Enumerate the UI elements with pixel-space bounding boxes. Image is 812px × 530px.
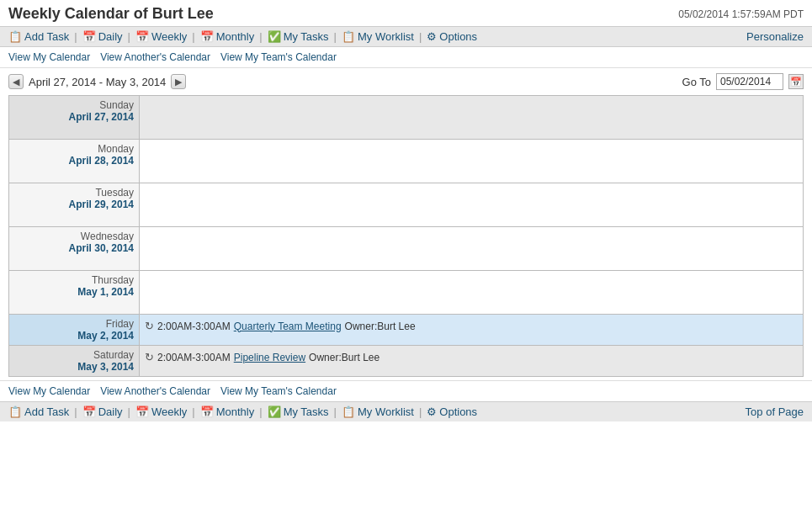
daily-label: Daily	[98, 30, 123, 43]
calendar-row: SaturdayMay 3, 2014↻2:00AM-3:00AM Pipeli…	[9, 346, 804, 377]
weekly-label: Weekly	[151, 30, 187, 43]
day-link[interactable]: May 3, 2014	[9, 361, 134, 373]
calendar-row: MondayApril 28, 2014	[9, 140, 804, 183]
calendar-row: ThursdayMay 1, 2014	[9, 271, 804, 315]
bottom-my-tasks-label: My Tasks	[284, 405, 329, 418]
add-task-icon: 📋	[8, 30, 22, 43]
day-link[interactable]: April 28, 2014	[9, 155, 134, 167]
day-cell: TuesdayApril 29, 2014	[9, 183, 140, 227]
bsep1: |	[74, 405, 77, 418]
event-time: 2:00AM-3:00AM	[157, 352, 231, 363]
page-header: Weekly Calendar of Burt Lee 05/02/2014 1…	[0, 0, 812, 27]
goto-calendar-button[interactable]: 📅	[788, 74, 804, 89]
bottom-view-my-teams-calendar-link[interactable]: View My Team's Calendar	[220, 385, 337, 397]
event-title-link[interactable]: Quarterly Team Meeting	[234, 321, 342, 332]
day-name: Sunday	[99, 99, 134, 111]
options-button[interactable]: ⚙ Options	[427, 30, 477, 43]
bottom-my-worklist-icon: 📋	[342, 405, 355, 418]
event-row: ↻2:00AM-3:00AM Pipeline Review Owner:Bur…	[145, 349, 798, 365]
top-toolbar: 📋 Add Task | 📅 Daily | 📅 Weekly | 📅 Mont…	[0, 27, 812, 47]
bottom-monthly-icon: 📅	[200, 405, 214, 418]
event-cell	[140, 271, 804, 315]
calendar-row: TuesdayApril 29, 2014	[9, 183, 804, 227]
event-title-link[interactable]: Pipeline Review	[234, 352, 305, 363]
bottom-options-button[interactable]: ⚙ Options	[427, 405, 477, 418]
event-owner: Owner:Burt Lee	[345, 321, 416, 332]
day-name: Friday	[106, 318, 134, 330]
monthly-icon: 📅	[200, 30, 214, 43]
bottom-daily-icon: 📅	[82, 405, 96, 418]
event-cell	[140, 96, 804, 140]
day-cell: FridayMay 2, 2014	[9, 315, 140, 346]
bottom-weekly-button[interactable]: 📅 Weekly	[135, 405, 187, 418]
day-cell: MondayApril 28, 2014	[9, 140, 140, 183]
page-title: Weekly Calendar of Burt Lee	[8, 5, 214, 23]
bottom-toolbar: 📋 Add Task | 📅 Daily | 📅 Weekly | 📅 Mont…	[0, 401, 812, 421]
event-cell: ↻2:00AM-3:00AM Pipeline Review Owner:Bur…	[140, 346, 804, 377]
sep4: |	[259, 30, 262, 43]
my-tasks-icon: ✅	[268, 30, 281, 43]
my-worklist-label: My Worklist	[358, 30, 414, 43]
bottom-daily-button[interactable]: 📅 Daily	[82, 405, 123, 418]
bottom-add-task-label: Add Task	[24, 405, 69, 418]
my-worklist-button[interactable]: 📋 My Worklist	[342, 30, 414, 43]
sep2: |	[128, 30, 130, 43]
sep1: |	[74, 30, 77, 43]
weekly-button[interactable]: 📅 Weekly	[135, 30, 187, 43]
day-cell: ThursdayMay 1, 2014	[9, 271, 140, 315]
prev-week-button[interactable]: ◀	[8, 74, 24, 89]
event-time: 2:00AM-3:00AM	[157, 321, 231, 332]
options-icon: ⚙	[427, 30, 437, 43]
bsep4: |	[259, 405, 262, 418]
day-name: Thursday	[92, 274, 134, 286]
bottom-toolbar-left: 📋 Add Task | 📅 Daily | 📅 Weekly | 📅 Mont…	[8, 405, 477, 418]
calendar-table: SundayApril 27, 2014MondayApril 28, 2014…	[8, 95, 804, 377]
day-name: Saturday	[93, 349, 134, 361]
day-link[interactable]: April 30, 2014	[9, 242, 134, 254]
day-link[interactable]: April 29, 2014	[9, 199, 134, 210]
weekly-icon: 📅	[135, 30, 149, 43]
view-anothers-calendar-link[interactable]: View Another's Calendar	[100, 51, 210, 63]
bottom-view-my-calendar-link[interactable]: View My Calendar	[8, 385, 90, 397]
bottom-monthly-button[interactable]: 📅 Monthly	[200, 405, 255, 418]
next-week-button[interactable]: ▶	[171, 74, 186, 89]
my-worklist-icon: 📋	[342, 30, 355, 43]
bottom-my-tasks-button[interactable]: ✅ My Tasks	[268, 405, 329, 418]
add-task-button[interactable]: 📋 Add Task	[8, 30, 69, 43]
event-cell: ↻2:00AM-3:00AM Quarterly Team Meeting Ow…	[140, 315, 804, 346]
cal-nav-left: ◀ April 27, 2014 - May 3, 2014 ▶	[8, 74, 186, 89]
monthly-button[interactable]: 📅 Monthly	[200, 30, 255, 43]
view-my-teams-calendar-link[interactable]: View My Team's Calendar	[220, 51, 337, 63]
cal-nav-right: Go To 📅	[682, 73, 804, 90]
bottom-options-label: Options	[439, 405, 477, 418]
daily-button[interactable]: 📅 Daily	[82, 30, 123, 43]
day-link[interactable]: May 2, 2014	[9, 330, 134, 342]
sep5: |	[334, 30, 337, 43]
cal-range: April 27, 2014 - May 3, 2014	[29, 76, 166, 88]
calendar-nav: ◀ April 27, 2014 - May 3, 2014 ▶ Go To 📅	[0, 68, 812, 95]
bottom-view-anothers-calendar-link[interactable]: View Another's Calendar	[100, 385, 210, 397]
my-tasks-button[interactable]: ✅ My Tasks	[268, 30, 329, 43]
day-name: Tuesday	[95, 187, 134, 199]
bottom-add-task-icon: 📋	[8, 405, 22, 418]
personalize-button[interactable]: Personalize	[746, 30, 804, 43]
bottom-add-task-button[interactable]: 📋 Add Task	[8, 405, 69, 418]
bottom-monthly-label: Monthly	[216, 405, 255, 418]
bottom-weekly-label: Weekly	[151, 405, 187, 418]
day-link[interactable]: May 1, 2014	[9, 286, 134, 298]
monthly-label: Monthly	[216, 30, 255, 43]
goto-input[interactable]	[716, 73, 783, 90]
bsep3: |	[192, 405, 194, 418]
bottom-my-worklist-button[interactable]: 📋 My Worklist	[342, 405, 414, 418]
event-recurring-icon: ↻	[145, 351, 154, 363]
bottom-my-worklist-label: My Worklist	[358, 405, 414, 418]
view-my-calendar-link[interactable]: View My Calendar	[8, 51, 90, 63]
bottom-my-tasks-icon: ✅	[268, 405, 281, 418]
top-nav-links: View My Calendar View Another's Calendar…	[0, 47, 812, 68]
top-of-page-button[interactable]: Top of Page	[746, 405, 804, 418]
calendar-row: SundayApril 27, 2014	[9, 96, 804, 140]
bsep6: |	[419, 405, 422, 418]
event-cell	[140, 183, 804, 227]
event-owner: Owner:Burt Lee	[309, 352, 379, 363]
day-link[interactable]: April 27, 2014	[9, 111, 134, 123]
